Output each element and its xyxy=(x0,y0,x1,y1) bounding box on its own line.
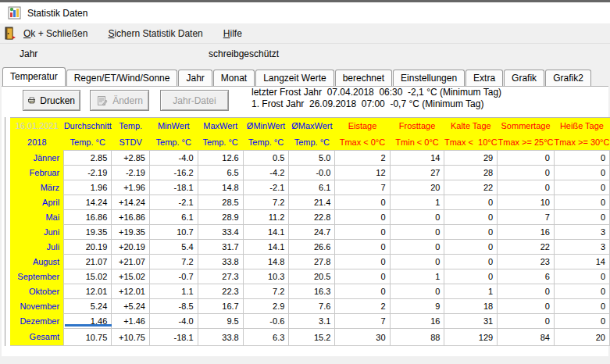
grid-value-cell[interactable]: 0 xyxy=(444,240,498,255)
grid-value-cell[interactable]: +1.96 xyxy=(112,180,150,195)
grid-value-cell[interactable]: 0 xyxy=(444,210,498,225)
grid-value-cell[interactable]: +15.02 xyxy=(112,269,150,284)
grid-value-cell[interactable]: -2.1 xyxy=(243,180,289,195)
grid-value-cell[interactable]: 0 xyxy=(554,299,609,314)
grid-value-cell[interactable]: 21.4 xyxy=(289,195,335,210)
grid-value-cell[interactable]: 31.7 xyxy=(198,240,243,255)
grid-value-cell[interactable]: 7 xyxy=(335,180,390,195)
grid-value-cell[interactable]: -0.7 xyxy=(149,269,198,284)
grid-value-cell[interactable]: 28.5 xyxy=(198,195,243,210)
tab-monat[interactable]: Monat xyxy=(213,70,255,86)
grid-value-cell[interactable]: 2.9 xyxy=(243,299,289,314)
tab-langzeit-werte[interactable]: Langzeit Werte xyxy=(255,70,334,86)
grid-value-cell[interactable]: 14.1 xyxy=(243,225,289,240)
grid-value-cell[interactable]: 0 xyxy=(554,195,609,210)
grid-value-cell[interactable]: -18.1 xyxy=(149,329,198,346)
grid-value-cell[interactable]: 30 xyxy=(335,329,390,346)
grid-value-cell[interactable]: -4.2 xyxy=(243,166,289,180)
grid-value-cell[interactable]: 27.8 xyxy=(289,255,335,269)
grid-value-cell[interactable]: -0.0 xyxy=(289,166,335,180)
tab-grafik2[interactable]: Grafik2 xyxy=(545,70,591,86)
grid-value-cell[interactable]: 3 xyxy=(554,225,609,240)
grid-value-cell[interactable]: 7.2 xyxy=(243,284,289,299)
grid-value-cell[interactable]: 0.5 xyxy=(243,151,289,166)
grid-value-cell[interactable]: 22.3 xyxy=(198,284,243,299)
grid-value-cell[interactable]: 12 xyxy=(335,166,390,180)
grid-value-cell[interactable]: 2 xyxy=(335,151,390,166)
grid-value-cell[interactable]: 1.1 xyxy=(149,284,198,299)
grid-value-cell[interactable]: 31 xyxy=(444,314,498,329)
grid-value-cell[interactable]: 0 xyxy=(554,314,609,329)
grid-value-cell[interactable]: 11.2 xyxy=(243,210,289,225)
grid-value-cell[interactable]: 29 xyxy=(444,151,498,166)
grid-value-cell[interactable]: 0 xyxy=(554,284,609,299)
menu-item-sichern-statistik-daten[interactable]: Sichern Statistik Daten xyxy=(103,26,207,41)
grid-value-cell[interactable]: 14.8 xyxy=(198,180,243,195)
grid-value-cell[interactable]: 27 xyxy=(390,166,444,180)
grid-value-cell[interactable]: 0 xyxy=(335,240,390,255)
grid-value-cell[interactable]: 9.5 xyxy=(198,314,243,329)
grid-value-cell[interactable]: 14.1 xyxy=(243,240,289,255)
grid-value-cell[interactable]: 0 xyxy=(498,314,555,329)
grid-value-cell[interactable]: 0 xyxy=(554,180,609,195)
grid-value-cell[interactable]: +10.75 xyxy=(112,329,150,346)
change-button[interactable]: Ändern xyxy=(90,90,149,111)
grid-value-cell[interactable]: +16.86 xyxy=(112,210,150,225)
grid-value-cell[interactable]: 16.86 xyxy=(64,210,112,225)
grid-value-cell[interactable]: 1 xyxy=(390,269,444,284)
grid-value-cell[interactable]: 16.7 xyxy=(198,299,243,314)
grid-value-cell[interactable]: +5.24 xyxy=(112,299,150,314)
grid-value-cell[interactable]: 7 xyxy=(498,210,555,225)
grid-value-cell[interactable]: 0 xyxy=(390,225,444,240)
grid-value-cell[interactable]: 0 xyxy=(335,269,390,284)
grid-value-cell[interactable]: 129 xyxy=(444,329,498,346)
grid-value-cell[interactable]: 6.5 xyxy=(198,166,243,180)
grid-value-cell[interactable]: 88 xyxy=(390,329,444,346)
grid-value-cell[interactable]: 10.75 xyxy=(64,329,112,346)
grid-value-cell[interactable]: 0 xyxy=(498,299,555,314)
grid-value-cell[interactable]: 0 xyxy=(554,151,609,166)
grid-value-cell[interactable]: 0 xyxy=(444,255,498,269)
grid-value-cell[interactable]: -0.6 xyxy=(243,314,289,329)
grid-value-cell[interactable]: 7 xyxy=(335,314,390,329)
grid-value-cell[interactable]: 14 xyxy=(390,151,444,166)
grid-value-cell[interactable]: 0 xyxy=(554,210,609,225)
menu-item-hilfe[interactable]: Hilfe xyxy=(219,26,247,41)
grid-value-cell[interactable]: 7.2 xyxy=(243,195,289,210)
grid-value-cell[interactable]: 23 xyxy=(498,255,555,269)
grid-value-cell[interactable]: -8.5 xyxy=(149,299,198,314)
grid-value-cell[interactable]: 1.96 xyxy=(64,180,112,195)
grid-value-cell[interactable]: 12.01 xyxy=(64,284,112,299)
grid-value-cell[interactable]: +1.46 xyxy=(112,314,150,329)
grid-value-cell[interactable]: 20 xyxy=(554,329,609,346)
grid-value-cell[interactable]: 6.3 xyxy=(243,329,289,346)
grid-value-cell[interactable]: 3.1 xyxy=(289,314,335,329)
grid-value-cell[interactable]: 5.24 xyxy=(64,299,112,314)
grid-value-cell[interactable]: 0 xyxy=(498,151,555,166)
grid-value-cell[interactable]: 20 xyxy=(390,180,444,195)
grid-value-cell[interactable]: 20.19 xyxy=(64,240,112,255)
grid-value-cell[interactable]: 0 xyxy=(390,240,444,255)
grid-value-cell[interactable]: 33.4 xyxy=(198,225,243,240)
grid-value-cell[interactable]: 24.7 xyxy=(289,225,335,240)
grid-value-cell[interactable]: 0 xyxy=(390,284,444,299)
grid-value-cell[interactable]: 21.07 xyxy=(64,255,112,269)
grid-value-cell[interactable]: 0 xyxy=(444,269,498,284)
grid-value-cell[interactable]: -4.0 xyxy=(149,151,198,166)
grid-value-cell[interactable]: 14.24 xyxy=(64,195,112,210)
grid-value-cell[interactable]: 1 xyxy=(444,284,498,299)
tab-regen-et-wind-sonne[interactable]: Regen/ET/Wind/Sonne xyxy=(66,70,178,86)
grid-value-cell[interactable]: 10 xyxy=(498,195,555,210)
grid-value-cell[interactable]: 9 xyxy=(390,299,444,314)
grid-value-cell[interactable]: +14.24 xyxy=(112,195,150,210)
grid-value-cell[interactable]: +19.35 xyxy=(112,225,150,240)
grid-value-cell[interactable]: -16.2 xyxy=(149,166,198,180)
grid-value-cell[interactable]: 0 xyxy=(390,210,444,225)
grid-value-cell[interactable]: 0 xyxy=(390,255,444,269)
grid-value-cell[interactable]: 18 xyxy=(444,299,498,314)
grid-value-cell[interactable]: 0 xyxy=(554,166,609,180)
grid-value-cell[interactable]: -2.1 xyxy=(149,195,198,210)
grid-value-cell[interactable]: 0 xyxy=(335,284,390,299)
year-file-button[interactable]: Jahr-Datei xyxy=(160,90,229,111)
grid-value-cell[interactable]: 10.3 xyxy=(243,269,289,284)
